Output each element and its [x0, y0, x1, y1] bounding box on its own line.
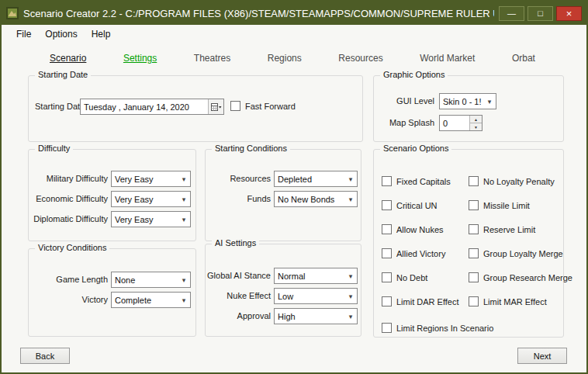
titlebar[interactable]: Scenario Creator 2.2 - C:/PROGRAM FILES … [2, 2, 586, 25]
checkbox-allied-victory[interactable]: Allied Victory [382, 248, 445, 258]
combo-value: High [275, 312, 344, 321]
checkbox-label: Limit MAR Effect [483, 297, 547, 306]
checkbox-box [382, 296, 392, 306]
combo-value: Normal [275, 272, 344, 281]
chevron-down-icon: ▾ [344, 313, 357, 320]
back-button[interactable]: Back [20, 348, 70, 364]
group-starting-conditions: Starting Conditions Resources Depleted ▾… [205, 149, 361, 241]
checkbox-missile-limit[interactable]: Missile Limit [469, 200, 530, 210]
content-area: Scenario Settings Theatres Regions Resou… [2, 43, 586, 372]
checkbox-label: Critical UN [396, 201, 438, 210]
checkbox-label: No Debt [396, 273, 427, 282]
checkbox-box [382, 272, 392, 282]
checkbox-label: Limit Regions In Scenario [396, 324, 493, 333]
group-title: Starting Date [35, 70, 91, 79]
checkbox-box [382, 200, 392, 210]
economic-difficulty-select[interactable]: Very Easy ▾ [111, 191, 191, 207]
chevron-down-icon: ▾ [178, 296, 190, 304]
combo-value: Very Easy [112, 215, 178, 224]
checkbox-critical-un[interactable]: Critical UN [382, 200, 438, 210]
tab-world-market[interactable]: World Market [420, 53, 475, 64]
checkbox-group-research-merge[interactable]: Group Research Merge [469, 272, 572, 282]
gui-level-select[interactable]: Skin 0 - 1! ▾ [439, 93, 496, 109]
checkbox-group-loyalty-merge[interactable]: Group Loyalty Merge [469, 248, 563, 258]
checkbox-box [469, 248, 479, 258]
combo-value: Depleted [275, 175, 344, 184]
tab-theatres[interactable]: Theatres [194, 53, 230, 64]
checkbox-box [230, 101, 240, 111]
victory-label: Victory [32, 292, 108, 308]
approval-label: Approval [207, 308, 271, 324]
tab-regions[interactable]: Regions [268, 53, 302, 64]
group-graphic-options: Graphic Options GUI Level Skin 0 - 1! ▾ … [373, 75, 564, 142]
approval-select[interactable]: High ▾ [274, 308, 358, 324]
global-ai-stance-label: Global AI Stance [207, 268, 271, 284]
game-length-label: Game Length [32, 272, 108, 288]
diplomatic-difficulty-select[interactable]: Very Easy ▾ [111, 211, 191, 227]
global-ai-stance-select[interactable]: Normal ▾ [274, 268, 358, 284]
checkbox-fixed-capitals[interactable]: Fixed Capitals [382, 176, 451, 186]
checkbox-box [382, 176, 392, 186]
military-difficulty-label: Military Difficulty [32, 171, 108, 187]
checkbox-limit-regions-in-scenario[interactable]: Limit Regions In Scenario [382, 323, 493, 333]
spin-down-icon[interactable]: ▼ [470, 123, 482, 130]
checkbox-box [469, 224, 479, 234]
map-splash-stepper[interactable]: 0 ▲ ▼ [439, 115, 483, 131]
map-splash-label: Map Splash [377, 115, 434, 131]
menu-file[interactable]: File [9, 26, 38, 42]
starting-date-picker[interactable]: Tuesday , January 14, 2020 [80, 99, 224, 115]
window-controls: — □ × [499, 6, 582, 21]
combo-value: Very Easy [112, 175, 178, 184]
minimize-button[interactable]: — [499, 6, 524, 21]
group-title: Difficulty [35, 144, 73, 153]
group-title: Starting Conditions [212, 144, 290, 153]
combo-value: None [112, 275, 178, 285]
menu-help[interactable]: Help [85, 26, 118, 42]
checkbox-limit-mar-effect[interactable]: Limit MAR Effect [469, 296, 547, 306]
checkbox-no-loyalty-penalty[interactable]: No Loyalty Penalty [469, 176, 555, 186]
chevron-down-icon: ▾ [344, 196, 357, 203]
victory-select[interactable]: Complete ▾ [111, 292, 191, 308]
gui-level-label: GUI Level [377, 93, 434, 109]
maximize-button[interactable]: □ [527, 6, 553, 21]
group-scenario-options: Scenario Options Fixed Capitals Critical… [373, 149, 564, 338]
funds-select[interactable]: No New Bonds ▾ [274, 191, 358, 207]
military-difficulty-select[interactable]: Very Easy ▾ [111, 171, 191, 187]
resources-select[interactable]: Depleted ▾ [274, 171, 358, 187]
game-length-select[interactable]: None ▾ [111, 272, 191, 288]
group-victory-conditions: Victory Conditions Game Length None ▾ Vi… [28, 248, 196, 337]
checkbox-label: Reserve Limit [483, 225, 535, 234]
checkbox-box [469, 296, 479, 306]
chevron-down-icon: ▾ [178, 276, 190, 284]
group-title: Victory Conditions [35, 243, 109, 252]
stepper-buttons: ▲ ▼ [469, 116, 482, 130]
checkbox-label: Limit DAR Effect [396, 297, 459, 306]
tab-resources[interactable]: Resources [338, 53, 382, 64]
nuke-effect-select[interactable]: Low ▾ [274, 288, 358, 304]
nuke-effect-label: Nuke Effect [207, 288, 271, 304]
checkbox-allow-nukes[interactable]: Allow Nukes [382, 224, 444, 234]
checkbox-box [469, 200, 479, 210]
next-button[interactable]: Next [517, 348, 567, 364]
window-title: Scenario Creator 2.2 - C:/PROGRAM FILES … [23, 8, 494, 19]
funds-label: Funds [207, 191, 271, 207]
checkbox-label: Group Loyalty Merge [483, 249, 563, 258]
checkbox-box [382, 248, 392, 258]
checkbox-box [469, 272, 479, 282]
tab-scenario[interactable]: Scenario [50, 53, 86, 64]
tab-orbat[interactable]: Orbat [512, 53, 535, 64]
checkbox-fast-forward[interactable]: Fast Forward [230, 101, 296, 111]
chevron-down-icon: ▾ [483, 98, 496, 106]
calendar-dropdown-icon[interactable] [208, 99, 223, 114]
resources-label: Resources [207, 171, 271, 187]
checkbox-no-debt[interactable]: No Debt [382, 272, 427, 282]
group-title: Scenario Options [380, 144, 451, 153]
checkbox-reserve-limit[interactable]: Reserve Limit [469, 224, 535, 234]
tab-settings[interactable]: Settings [123, 53, 157, 64]
starting-date-value: Tuesday , January 14, 2020 [81, 102, 208, 112]
starting-date-label: Starting Date [35, 99, 80, 115]
checkbox-limit-dar-effect[interactable]: Limit DAR Effect [382, 296, 459, 306]
menu-options[interactable]: Options [38, 26, 84, 42]
close-button[interactable]: × [556, 6, 582, 21]
spin-up-icon[interactable]: ▲ [470, 116, 482, 123]
